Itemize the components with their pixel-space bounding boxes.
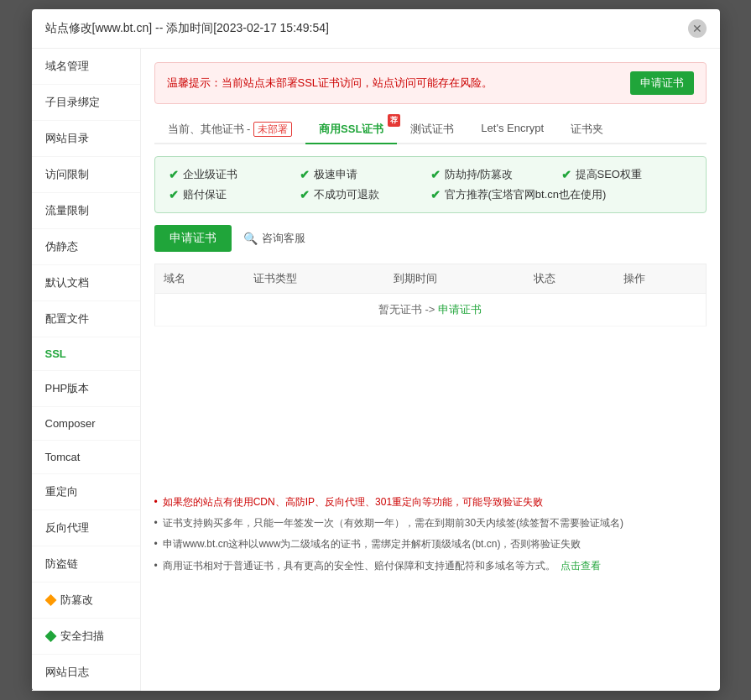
diamond-orange-icon [45,594,57,606]
sidebar-item-access[interactable]: 访问限制 [32,157,140,193]
modal-body: 域名管理 子目录绑定 网站目录 访问限制 流量限制 伪静态 默认文档 配置文件 … [32,49,720,691]
feature-official-label: 官方推荐(宝塔官网bt.cn也在使用) [445,187,607,202]
sidebar-item-log[interactable]: 网站日志 [32,655,140,691]
feature-seo: ✔ 提高SEO权重 [561,167,692,182]
feature-compensation-label: 赔付保证 [183,187,227,202]
search-icon: 🔍 [243,232,258,245]
check-icon-1: ✔ [169,168,179,181]
tab-letsencrypt-label: Let's Encrypt [481,122,544,134]
col-domain: 域名 [154,264,245,294]
bullet-3: • [154,536,158,552]
feature-seo-label: 提高SEO权重 [576,167,642,182]
note-2-text: 证书支持购买多年，只能一年签发一次（有效期一年），需在到期前30天内续签(续签暂… [163,515,623,531]
warning-apply-button[interactable]: 申请证书 [630,71,694,95]
feature-anti-label: 防劫持/防篡改 [445,167,514,182]
sidebar-item-scanner-label: 安全扫描 [60,629,104,644]
tab-folder[interactable]: 证书夹 [557,116,617,144]
tab-commercial-label: 商用SSL证书 [319,123,383,135]
features-grid: ✔ 企业级证书 ✔ 极速申请 ✔ 防劫持/防篡改 ✔ [169,167,692,202]
sidebar-item-hotlink[interactable]: 防盗链 [32,546,140,582]
feature-refund-label: 不成功可退款 [314,187,379,202]
note-4-link[interactable]: 点击查看 [561,558,601,574]
main-content: 温馨提示：当前站点未部署SSL证书访问，站点访问可能存在风险。 申请证书 当前、… [141,49,720,691]
bullet-2: • [154,515,158,531]
feature-fast: ✔ 极速申请 [300,167,430,182]
check-icon-4: ✔ [561,168,571,181]
tab-letsencrypt[interactable]: Let's Encrypt [467,116,557,144]
feature-enterprise: ✔ 企业级证书 [169,167,300,182]
feature-fast-label: 极速申请 [314,167,357,182]
col-cert-type: 证书类型 [245,264,385,294]
check-icon-2: ✔ [300,168,310,181]
col-status: 状态 [525,264,615,294]
check-icon-6: ✔ [300,188,310,201]
tab-other-label: 当前、其他证书 - [168,123,254,135]
modal-title: 站点修改[www.bt.cn] -- 添加时间[2023-02-17 15:49… [45,21,329,36]
table-empty-cell: 暂无证书 -> 申请证书 [154,294,706,326]
warning-text: 温馨提示：当前站点未部署SSL证书访问，站点访问可能存在风险。 [167,76,493,91]
note-1: • 如果您的站点有使用CDN、高防IP、反向代理、301重定向等功能，可能导致验… [154,494,707,510]
check-icon-7: ✔ [430,188,441,201]
sidebar-item-traffic[interactable]: 流量限制 [32,193,140,229]
note-1-text: 如果您的站点有使用CDN、高防IP、反向代理、301重定向等功能，可能导致验证失… [163,494,543,510]
notes-section: • 如果您的站点有使用CDN、高防IP、反向代理、301重定向等功能，可能导致验… [154,494,707,574]
feature-refund: ✔ 不成功可退款 [300,187,430,202]
note-4: • 商用证书相对于普通证书，具有更高的安全性、赔付保障和支持通配符和多域名等方式… [154,558,707,574]
feature-compensation: ✔ 赔付保证 [169,187,300,202]
sidebar-item-subdir[interactable]: 子目录绑定 [32,85,140,121]
note-3: • 申请www.bt.cn这种以www为二级域名的证书，需绑定并解析顶级域名(b… [154,536,707,552]
note-2: • 证书支持购买多年，只能一年签发一次（有效期一年），需在到期前30天内续签(续… [154,515,707,531]
modal-overlay: 站点修改[www.bt.cn] -- 添加时间[2023-02-17 15:49… [0,0,751,700]
cert-table: 域名 证书类型 到期时间 状态 操作 暂无证书 -> 申请证书 [154,264,707,326]
bullet-4: • [154,558,158,574]
note-4-text: 商用证书相对于普通证书，具有更高的安全性、赔付保障和支持通配符和多域名等方式。 [163,558,555,574]
tab-other[interactable]: 当前、其他证书 - 未部署 [154,116,306,144]
feature-enterprise-label: 企业级证书 [183,167,237,182]
col-expire: 到期时间 [385,264,525,294]
sidebar-item-scanner[interactable]: 安全扫描 [32,619,140,655]
sidebar-item-antitamper[interactable]: 防篡改 [32,582,140,619]
tab-folder-label: 证书夹 [571,123,603,135]
close-button[interactable]: ✕ [688,19,707,38]
modal-header: 站点修改[www.bt.cn] -- 添加时间[2023-02-17 15:49… [32,9,720,49]
table-apply-link[interactable]: 申请证书 [438,303,482,316]
customer-service-button[interactable]: 🔍 咨询客服 [243,231,305,246]
tab-commercial[interactable]: 商用SSL证书 荐 [305,116,397,144]
note-3-text: 申请www.bt.cn这种以www为二级域名的证书，需绑定并解析顶级域名(bt.… [163,536,582,552]
col-action: 操作 [615,264,706,294]
sidebar-item-pseudo[interactable]: 伪静态 [32,229,140,265]
diamond-green-icon [45,630,57,642]
customer-service-label: 咨询客服 [262,231,305,246]
sidebar-item-antitamper-label: 防篡改 [60,593,93,608]
bullet-1: • [154,494,158,510]
sidebar-item-composer[interactable]: Composer [32,407,140,441]
tab-other-badge: 未部署 [253,122,292,137]
sidebar-item-reverse[interactable]: 反向代理 [32,510,140,546]
warning-bar: 温馨提示：当前站点未部署SSL证书访问，站点访问可能存在风险。 申请证书 [154,62,707,104]
check-icon-5: ✔ [169,188,179,201]
sidebar-item-ssl[interactable]: SSL [32,337,140,371]
table-empty-row: 暂无证书 -> 申请证书 [154,294,706,326]
tab-test[interactable]: 测试证书 [397,116,467,144]
sidebar-item-domain[interactable]: 域名管理 [32,49,140,85]
sidebar-item-php[interactable]: PHP版本 [32,371,140,407]
apply-cert-button[interactable]: 申请证书 [154,225,232,252]
tabs: 当前、其他证书 - 未部署 商用SSL证书 荐 测试证书 Let's Encry… [154,116,707,144]
sidebar-item-webroot[interactable]: 网站目录 [32,121,140,157]
modal: 站点修改[www.bt.cn] -- 添加时间[2023-02-17 15:49… [32,9,720,691]
feature-official: ✔ 官方推荐(宝塔官网bt.cn也在使用) [430,187,692,202]
tab-test-label: 测试证书 [410,123,454,135]
sidebar: 域名管理 子目录绑定 网站目录 访问限制 流量限制 伪静态 默认文档 配置文件 … [32,49,141,691]
check-icon-3: ✔ [430,168,441,181]
features-box: ✔ 企业级证书 ✔ 极速申请 ✔ 防劫持/防篡改 ✔ [154,156,707,213]
sidebar-item-config[interactable]: 配置文件 [32,301,140,337]
sidebar-item-tomcat[interactable]: Tomcat [32,441,140,474]
sidebar-item-default[interactable]: 默认文档 [32,265,140,301]
empty-text: 暂无证书 -> [378,303,435,316]
action-bar: 申请证书 🔍 咨询客服 [154,225,707,252]
sidebar-item-redirect[interactable]: 重定向 [32,474,140,510]
feature-anti: ✔ 防劫持/防篡改 [430,167,561,182]
